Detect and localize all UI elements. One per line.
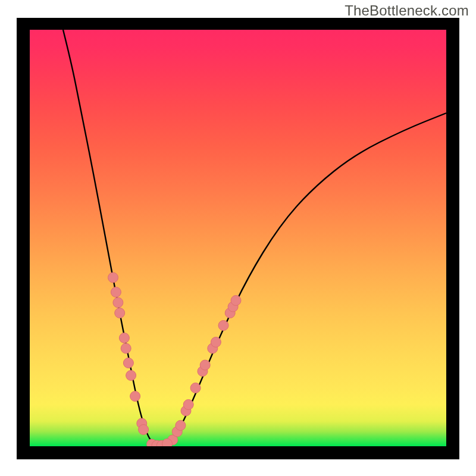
markers-right <box>168 296 241 446</box>
data-marker <box>162 439 173 446</box>
data-marker <box>108 273 118 283</box>
bottleneck-curve <box>63 30 446 446</box>
data-marker <box>139 425 149 435</box>
data-marker <box>183 400 193 410</box>
data-marker <box>231 296 241 306</box>
plot-area <box>30 30 446 446</box>
markers-bottom <box>147 439 173 446</box>
data-marker <box>190 383 201 393</box>
data-marker <box>200 360 210 370</box>
data-marker <box>123 358 133 368</box>
curve-layer <box>30 30 446 446</box>
data-marker <box>130 392 140 402</box>
data-marker <box>218 321 228 331</box>
data-marker <box>111 287 121 298</box>
data-marker <box>119 333 129 343</box>
data-marker <box>126 371 136 381</box>
chart-container: TheBottleneck.com <box>0 0 476 476</box>
data-marker <box>121 343 131 353</box>
data-marker <box>211 337 221 347</box>
data-marker <box>176 421 186 431</box>
data-marker <box>115 308 125 318</box>
watermark-text: TheBottleneck.com <box>345 2 469 19</box>
data-marker <box>113 298 123 308</box>
